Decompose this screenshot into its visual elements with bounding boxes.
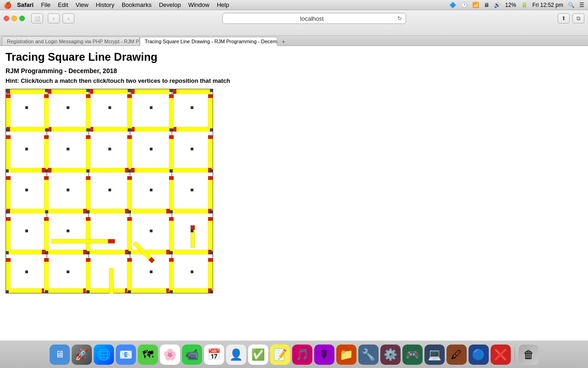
svg-rect-59 (44, 94, 49, 128)
dock-filezilla[interactable]: 📁 (336, 345, 356, 365)
svg-rect-117 (173, 209, 212, 213)
dock-app2[interactable]: ⚙️ (380, 345, 401, 365)
svg-rect-162 (45, 128, 48, 132)
svg-rect-101 (48, 168, 87, 172)
svg-rect-43 (90, 288, 129, 293)
dock-music[interactable]: 🎵 (292, 345, 312, 365)
back-button[interactable]: ‹ (48, 13, 60, 23)
svg-rect-161 (191, 270, 193, 273)
svg-rect-112 (83, 209, 87, 213)
menu-edit[interactable]: Edit (58, 1, 68, 8)
menu-window[interactable]: Window (188, 1, 209, 8)
menu-bookmarks[interactable]: Bookmarks (122, 1, 152, 8)
svg-rect-174 (45, 251, 48, 254)
svg-rect-192 (6, 251, 9, 254)
dock-app1[interactable]: 🔧 (358, 345, 379, 365)
svg-rect-13 (90, 89, 129, 94)
dock-photos[interactable]: 🌸 (160, 345, 180, 365)
svg-rect-148 (191, 148, 193, 150)
svg-rect-86 (127, 217, 132, 221)
dock-facetime[interactable]: 📹 (182, 345, 202, 365)
svg-rect-182 (45, 89, 48, 92)
svg-rect-69 (86, 94, 90, 128)
dock-calendar[interactable]: 📅 (204, 345, 224, 365)
tab-2[interactable]: Tracing Square Line Drawing - RJM Progra… (140, 37, 277, 46)
dock-app4[interactable]: 💻 (424, 345, 445, 365)
svg-rect-62 (44, 135, 49, 139)
dock-trash[interactable]: 🗑 (519, 345, 539, 365)
dock-safari[interactable]: 🌐 (94, 345, 114, 365)
dock: 🖥 🚀 🌐 📧 🗺 🌸 📹 📅 👤 ✅ 📝 🎵 🎙 📁 🔧 ⚙️ 🎮 💻 🖊 🔵… (0, 340, 588, 368)
dock-launchpad[interactable]: 🚀 (72, 345, 92, 365)
minimize-button[interactable] (11, 16, 17, 21)
svg-rect-175 (86, 251, 90, 254)
svg-rect-23 (6, 176, 11, 210)
svg-rect-173 (170, 210, 173, 213)
dock-mail[interactable]: 📧 (116, 345, 136, 365)
time-display: Fri 12:52 pm (532, 2, 563, 8)
forward-button[interactable]: › (62, 13, 74, 23)
svg-rect-159 (67, 270, 69, 273)
svg-rect-61 (44, 135, 49, 169)
apple-menu[interactable]: 🍎 (4, 1, 11, 9)
dock-maps[interactable]: 🗺 (138, 345, 158, 365)
new-tab-button[interactable]: ⧉ (572, 13, 584, 23)
dock-podcasts[interactable]: 🎙 (314, 345, 334, 365)
svg-rect-185 (170, 89, 173, 92)
menu-develop[interactable]: Develop (159, 1, 181, 8)
maximize-button[interactable] (19, 16, 25, 21)
dock-app6[interactable]: 🔵 (469, 345, 489, 365)
svg-rect-27 (6, 258, 11, 292)
reload-button[interactable]: ↻ (397, 15, 402, 22)
svg-rect-9 (6, 89, 45, 94)
svg-rect-116 (166, 209, 170, 213)
svg-rect-35 (208, 217, 213, 251)
menu-icon[interactable]: ☰ (579, 2, 584, 8)
tab-1[interactable]: Registration and Login Messaging via PHP… (2, 36, 140, 46)
dock-notes[interactable]: 📝 (270, 345, 290, 365)
share-button[interactable]: ⬆ (558, 13, 570, 23)
search-icon[interactable]: 🔍 (568, 2, 575, 8)
dock-contacts[interactable]: 👤 (226, 345, 246, 365)
page-content: Tracing Square Line Drawing RJM Programm… (0, 46, 588, 298)
svg-rect-24 (6, 176, 11, 180)
svg-rect-92 (169, 135, 174, 139)
svg-rect-121 (48, 250, 87, 254)
svg-rect-70 (86, 94, 90, 98)
svg-rect-189 (210, 169, 213, 172)
dock-finder[interactable]: 🖥 (50, 345, 70, 365)
svg-rect-177 (170, 251, 173, 254)
svg-rect-28 (6, 258, 11, 262)
dock-app7[interactable]: ❌ (491, 345, 511, 365)
svg-rect-194 (45, 290, 48, 293)
svg-rect-15 (131, 89, 170, 94)
svg-rect-150 (67, 189, 69, 191)
add-tab-button[interactable]: + (279, 37, 288, 46)
menu-history[interactable]: History (96, 1, 114, 8)
svg-rect-60 (44, 94, 49, 98)
dock-app5[interactable]: 🖊 (447, 345, 467, 365)
svg-rect-190 (6, 210, 9, 213)
dock-app3[interactable]: 🎮 (402, 345, 423, 365)
close-button[interactable] (4, 16, 9, 21)
svg-rect-25 (6, 217, 11, 251)
svg-rect-193 (210, 251, 213, 254)
sidebar-button[interactable]: ⬜ (31, 13, 43, 23)
game-svg[interactable] (6, 89, 213, 293)
menu-view[interactable]: View (76, 1, 89, 8)
svg-rect-49 (6, 127, 45, 132)
menu-safari[interactable]: Safari (17, 1, 34, 8)
svg-rect-135 (109, 268, 113, 293)
game-container[interactable] (6, 89, 213, 293)
svg-rect-146 (108, 148, 111, 150)
dock-reminders[interactable]: ✅ (248, 345, 268, 365)
address-bar[interactable]: localhost ↻ (222, 13, 406, 24)
svg-rect-51 (48, 127, 87, 132)
svg-rect-66 (44, 217, 49, 221)
menu-help[interactable]: Help (217, 1, 229, 8)
menu-file[interactable]: File (41, 1, 51, 8)
svg-rect-195 (86, 290, 90, 293)
svg-rect-45 (131, 288, 170, 293)
svg-rect-171 (86, 210, 90, 213)
svg-rect-188 (6, 169, 9, 172)
